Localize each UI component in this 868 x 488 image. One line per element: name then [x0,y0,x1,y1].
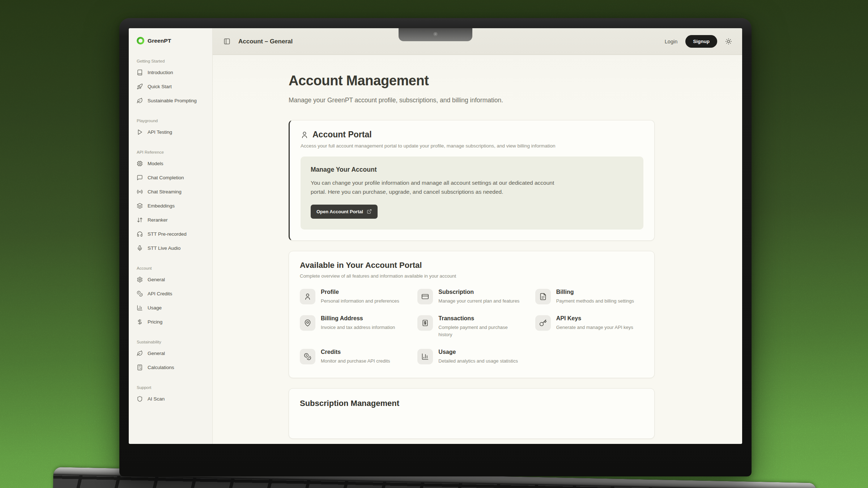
feature-title: Transactions [438,315,522,322]
play-icon [137,129,143,135]
ring-logo-icon [137,37,144,44]
feature-credits: CreditsMonitor and purchase API credits [300,349,408,365]
coins-icon [137,291,143,297]
account-portal-card-header: Account Portal [301,130,643,140]
sidebar-item-api-reference-chat-completion[interactable]: Chat Completion [135,171,207,185]
feature-text: Billing AddressInvoice and tax address i… [321,315,395,331]
sun-icon [725,38,732,45]
manage-account-title: Manage Your Account [311,166,633,174]
feature-text: API KeysGenerate and manage your API key… [556,315,633,331]
sidebar-item-label: Models [148,161,163,166]
feature-icon-box [300,289,315,304]
sidebar-item-label: Pricing [148,319,162,325]
sidebar-item-label: STT Live Audio [148,245,180,251]
feature-icon-box [300,315,315,331]
sidebar-item-account-api-credits[interactable]: API Credits [135,287,207,301]
feature-text: ProfilePersonal information and preferen… [321,289,399,305]
sidebar-section-getting-started: Getting StartedIntroductionQuick StartSu… [135,59,207,108]
receipt-icon [421,319,429,327]
sidebar-item-label: Reranker [148,217,168,223]
app-window: GreenPT Getting StartedIntroductionQuick… [129,28,742,444]
sidebar-item-getting-started-sustainable-prompting[interactable]: Sustainable Prompting [135,94,207,108]
sidebar-section-account: AccountGeneralAPI CreditsUsagePricing [135,266,207,329]
laptop-screen-bezel: GreenPT Getting StartedIntroductionQuick… [119,18,752,476]
feature-title: Subscription [438,289,519,295]
feature-description: Detailed analytics and usage statistics [438,358,518,365]
brand-logo[interactable]: GreenPT [135,35,207,48]
sidebar-item-label: Introduction [148,70,173,75]
sidebar-item-api-reference-reranker[interactable]: Reranker [135,213,207,227]
feature-text: TransactionsComplete payment and purchas… [438,315,522,338]
sidebar-item-label: General [148,351,165,356]
signup-button[interactable]: Signup [685,35,717,48]
sidebar-section-label: API Reference [137,150,204,154]
feature-icon-box [535,315,551,331]
page-title: Account Management [289,73,655,89]
feature-profile: ProfilePersonal information and preferen… [300,289,408,305]
sidebar-item-api-reference-embeddings[interactable]: Embeddings [135,199,207,213]
sidebar-item-label: API Credits [148,291,172,296]
sidebar-item-label: Usage [148,305,162,311]
sidebar-section-label: Support [137,385,204,390]
sidebar-item-account-pricing[interactable]: Pricing [135,315,207,329]
feature-description: Complete payment and purchase history [438,324,522,338]
feature-api-keys: API KeysGenerate and manage your API key… [535,315,643,338]
login-link[interactable]: Login [665,39,677,44]
feature-description: Generate and manage your API keys [556,324,633,331]
calculator-icon [137,364,143,371]
sidebar-item-label: Sustainable Prompting [148,98,197,103]
feature-icon-box [535,289,551,304]
laptop-notch [399,28,472,41]
page-header-title: Account – General [238,38,293,45]
microphone-icon [137,245,143,251]
open-account-portal-button[interactable]: Open Account Portal [311,205,378,219]
sidebar-nav: Getting StartedIntroductionQuick StartSu… [135,59,207,406]
manage-account-body: You can change your profile information … [311,179,557,197]
subscription-management-card: Subscription Management [289,388,655,439]
sidebar-item-sustainability-general[interactable]: General [135,346,207,360]
sidebar-toggle-button[interactable] [224,38,230,45]
headphones-icon [137,231,143,237]
account-portal-title: Account Portal [312,130,372,140]
sidebar-item-api-reference-stt-pre-recorded[interactable]: STT Pre-recorded [135,227,207,241]
sidebar-section-playground: PlaygroundAPI Testing [135,119,207,139]
leaf-icon [137,98,143,104]
document-icon [539,293,547,300]
sidebar-item-sustainability-calculations[interactable]: Calculations [135,360,207,374]
sidebar-section-support: SupportAI Scan [135,385,207,406]
sidebar-section-label: Account [137,266,204,270]
sidebar-item-label: STT Pre-recorded [148,231,187,237]
sidebar-section-sustainability: SustainabilityGeneralCalculations [135,340,207,374]
sidebar-item-support-ai-scan[interactable]: AI Scan [135,392,207,406]
sidebar-item-api-reference-chat-streaming[interactable]: Chat Streaming [135,185,207,199]
manage-account-panel: Manage Your Account You can change your … [301,157,643,230]
sidebar-item-api-reference-stt-live-audio[interactable]: STT Live Audio [135,241,207,255]
key-icon [539,319,547,327]
sidebar-section-api-reference: API ReferenceModelsChat CompletionChat S… [135,150,207,255]
message-icon [137,175,143,181]
feature-text: CreditsMonitor and purchase API credits [321,349,390,365]
sidebar-item-playground-api-testing[interactable]: API Testing [135,125,207,139]
sidebar-item-account-usage[interactable]: Usage [135,301,207,315]
sidebar-item-label: AI Scan [148,396,165,402]
open-account-portal-label: Open Account Portal [316,209,363,214]
main-area: Account – General Login Signup Account M… [213,28,742,444]
shield-icon [137,396,143,402]
sidebar-item-api-reference-models[interactable]: Models [135,157,207,171]
map-pin-icon [304,319,311,327]
leaf-icon [137,350,143,356]
portal-features-subtitle: Complete overview of all features and in… [300,273,643,279]
theme-toggle-button[interactable] [725,38,732,45]
sidebar-item-label: Calculations [148,365,174,370]
page-content: Account Management Manage your GreenPT a… [213,55,742,444]
feature-title: API Keys [556,315,633,322]
sidebar-item-getting-started-introduction[interactable]: Introduction [135,65,207,80]
feature-subscription: SubscriptionManage your current plan and… [417,289,526,305]
layers-icon [137,203,143,209]
sidebar-item-label: General [148,277,165,282]
account-portal-description: Access your full account management port… [301,143,643,149]
sidebar-section-label: Sustainability [137,340,204,344]
sidebar-item-getting-started-quick-start[interactable]: Quick Start [135,80,207,94]
sidebar-item-label: API Testing [148,129,172,135]
sidebar-item-account-general[interactable]: General [135,273,207,287]
